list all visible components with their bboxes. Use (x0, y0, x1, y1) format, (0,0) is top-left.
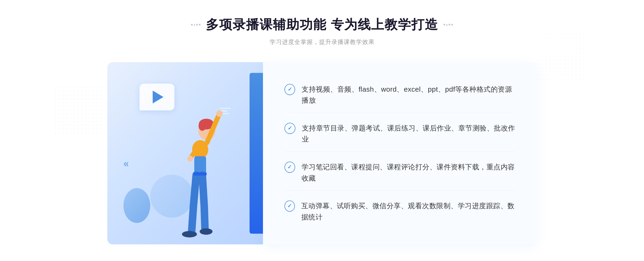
svg-rect-9 (194, 172, 207, 176)
content-area: « (107, 62, 537, 244)
feature-item-2: ✓ 支持章节目录、弹题考试、课后练习、课后作业、章节测验、批改作业 (284, 116, 515, 152)
dot-pattern-right (537, 32, 585, 80)
header-section: 多项录播课辅助功能 专为线上教学打造 学习进度全掌握，提升录播课教学效果 (191, 16, 453, 46)
oval-shape-1 (123, 188, 150, 223)
svg-point-7 (182, 231, 197, 237)
feature-text-3: 学习笔记回看、课程提问、课程评论打分、课件资料下载，重点内容收藏 (302, 162, 515, 184)
svg-point-8 (200, 228, 213, 235)
feature-text-1: 支持视频、音频、flash、word、excel、ppt、pdf等各种格式的资源… (302, 84, 515, 106)
svg-point-5 (187, 156, 193, 162)
features-panel: ✓ 支持视频、音频、flash、word、excel、ppt、pdf等各种格式的… (263, 62, 537, 244)
blue-accent (250, 73, 263, 234)
feature-item-4: ✓ 互动弹幕、试听购买、微信分享、观看次数限制、学习进度跟踪、数据统计 (284, 194, 515, 229)
illustration-bg: « (107, 62, 263, 244)
header-title-row: 多项录播课辅助功能 专为线上教学打造 (191, 16, 453, 33)
check-icon-2: ✓ (288, 125, 292, 131)
dot-pattern-left (54, 86, 102, 134)
feature-text-2: 支持章节目录、弹题考试、课后练习、课后作业、章节测验、批改作业 (302, 123, 515, 145)
check-circle-4: ✓ (284, 200, 295, 212)
check-icon-3: ✓ (287, 164, 292, 170)
page-wrapper: 多项录播课辅助功能 专为线上教学打造 学习进度全掌握，提升录播课教学效果 (0, 0, 644, 261)
illustration-side: « (107, 62, 263, 244)
main-title: 多项录播课辅助功能 专为线上教学打造 (206, 16, 438, 33)
svg-point-4 (216, 110, 223, 117)
check-icon-4: ✓ (287, 203, 292, 209)
person-illustration (163, 104, 238, 244)
header-deco-right (444, 24, 453, 26)
play-icon (153, 91, 163, 103)
feature-item-3: ✓ 学习笔记回看、课程提问、课程评论打分、课件资料下载，重点内容收藏 (284, 155, 515, 191)
check-circle-1: ✓ (284, 84, 295, 95)
check-circle-3: ✓ (284, 162, 295, 173)
header-deco-left (191, 24, 200, 26)
subtitle: 学习进度全掌握，提升录播课教学效果 (191, 38, 453, 46)
svg-point-3 (199, 121, 206, 131)
feature-item-1: ✓ 支持视频、音频、flash、word、excel、ppt、pdf等各种格式的… (284, 77, 515, 113)
chevron-deco: « (123, 158, 129, 169)
check-circle-2: ✓ (284, 123, 295, 134)
feature-text-4: 互动弹幕、试听购买、微信分享、观看次数限制、学习进度跟踪、数据统计 (301, 200, 515, 223)
check-icon-1: ✓ (288, 86, 292, 92)
